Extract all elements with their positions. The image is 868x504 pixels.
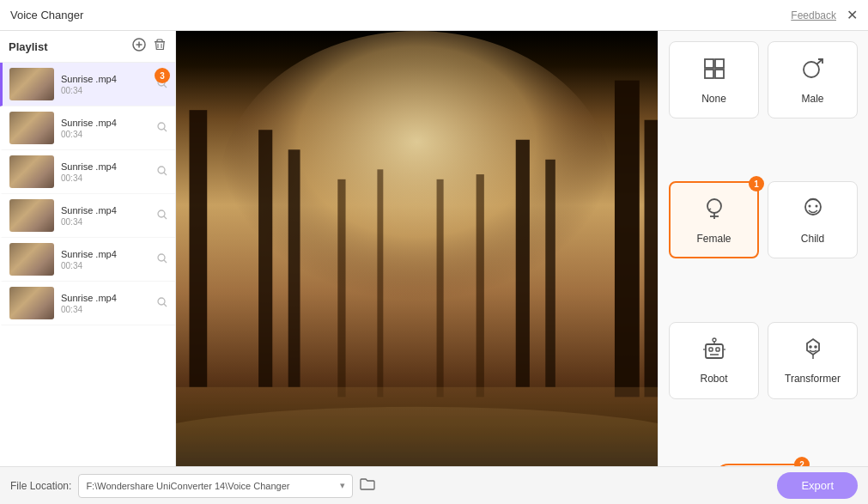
bottom-bar: File Location: F:\Wondershare UniConvert… [0,466,868,504]
voice-grid: None Male 1 [669,41,858,453]
none-icon [701,56,727,88]
svg-line-13 [164,216,167,219]
voice-option-none[interactable]: None [669,41,759,118]
voice-option-transformer[interactable]: Transformer [768,322,858,399]
none-label: None [701,93,726,105]
add-circle-icon [132,38,146,52]
svg-point-14 [158,254,165,261]
svg-rect-30 [437,179,444,398]
search-icon[interactable] [156,165,168,179]
svg-rect-28 [337,179,345,398]
app-title: Voice Changer [10,9,83,21]
item-name: Sunrise .mp4 [61,161,153,172]
title-bar-left: Voice Changer [10,9,83,21]
child-icon [800,196,826,228]
female-icon [701,196,727,228]
female-badge: 1 [749,176,764,191]
item-name: Sunrise .mp4 [61,249,153,259]
file-location-label: File Location: [10,480,71,492]
list-item[interactable]: Sunrise .mp4 00:34 [0,238,175,282]
video-background [176,31,658,466]
item-thumbnail [9,243,54,276]
item-info: Sunrise .mp4 00:34 [61,161,153,183]
svg-point-57 [713,338,716,342]
item-thumbnail [9,68,54,100]
transformer-label: Transformer [785,373,841,385]
item-duration: 00:34 [61,173,153,183]
svg-line-15 [164,260,167,263]
title-bar: Voice Changer Feedback ✕ [0,0,868,31]
item-thumbnail [9,112,54,144]
svg-point-33 [176,407,658,466]
search-icon[interactable] [156,121,168,136]
feedback-link[interactable]: Feedback [791,9,836,21]
item-name: Sunrise .mp4 [61,205,153,216]
item-info: Sunrise .mp4 00:34 [61,205,153,227]
video-container [176,31,658,466]
item-duration: 00:34 [61,130,153,139]
item-duration: 00:34 [61,86,153,95]
export-button[interactable]: Export [777,472,858,499]
svg-rect-22 [615,81,640,398]
list-item[interactable]: Sunrise .mp4 00:34 [0,106,175,150]
voice-option-child[interactable]: Child [768,181,858,258]
svg-rect-52 [706,344,723,358]
item-info: Sunrise .mp4 00:34 [61,74,153,95]
svg-rect-29 [377,169,383,397]
folder-button[interactable] [360,477,375,495]
item-duration: 00:34 [61,261,153,270]
svg-rect-40 [715,59,724,68]
list-item[interactable]: Sunrise .mp4 00:34 [0,282,175,325]
sidebar: Playlist [0,31,176,504]
list-item[interactable]: Sunrise .mp4 00:34 [0,194,175,238]
file-path-display: F:\Wondershare UniConverter 14\Voice Cha… [78,474,353,498]
svg-line-44 [816,59,822,64]
item-duration: 00:34 [61,217,153,227]
playlist-title: Playlist [9,40,48,53]
item-name: Sunrise .mp4 [61,293,153,303]
delete-item-button[interactable] [153,38,167,55]
robot-icon [701,336,727,367]
svg-point-51 [815,204,817,207]
playlist-items: Sunrise .mp4 00:34 3 Sunrise .mp4 [0,63,175,483]
voice-option-male[interactable]: Male [768,41,858,118]
svg-point-16 [158,298,165,305]
add-item-button[interactable] [132,38,146,55]
svg-rect-39 [705,59,713,68]
svg-rect-24 [258,130,272,387]
male-label: Male [801,93,823,105]
trash-icon [153,38,167,52]
svg-rect-3 [155,41,165,43]
item-duration: 00:34 [61,305,153,314]
voice-option-female[interactable]: 1 Female [669,181,759,258]
svg-rect-21 [189,110,207,387]
svg-point-61 [814,345,817,349]
playlist-actions [132,38,167,55]
playlist-header: Playlist [0,31,175,63]
close-button[interactable]: ✕ [847,9,858,22]
voice-option-robot[interactable]: Robot [669,322,759,399]
svg-rect-54 [716,348,719,351]
item-info: Sunrise .mp4 00:34 [61,249,153,270]
right-panel: None Male 1 [658,31,868,504]
list-item[interactable]: Sunrise .mp4 00:34 [0,150,175,194]
search-icon[interactable] [156,296,168,311]
file-path-text: F:\Wondershare UniConverter 14\Voice Cha… [86,481,337,491]
child-label: Child [801,233,824,245]
male-icon [800,56,826,88]
dropdown-arrow[interactable]: ▾ [340,480,345,491]
svg-rect-41 [705,70,713,78]
svg-rect-26 [516,140,530,387]
item-info: Sunrise .mp4 00:34 [61,293,153,314]
search-icon[interactable] [156,209,168,223]
main-layout: Playlist [0,31,868,504]
list-item[interactable]: Sunrise .mp4 00:34 3 [0,63,175,106]
folder-icon [360,477,375,492]
svg-line-17 [164,304,167,307]
female-label: Female [696,233,731,245]
svg-line-11 [164,173,167,175]
transformer-icon [800,336,826,367]
search-icon[interactable] [156,252,168,267]
video-scene [176,31,658,466]
robot-label: Robot [700,373,727,385]
